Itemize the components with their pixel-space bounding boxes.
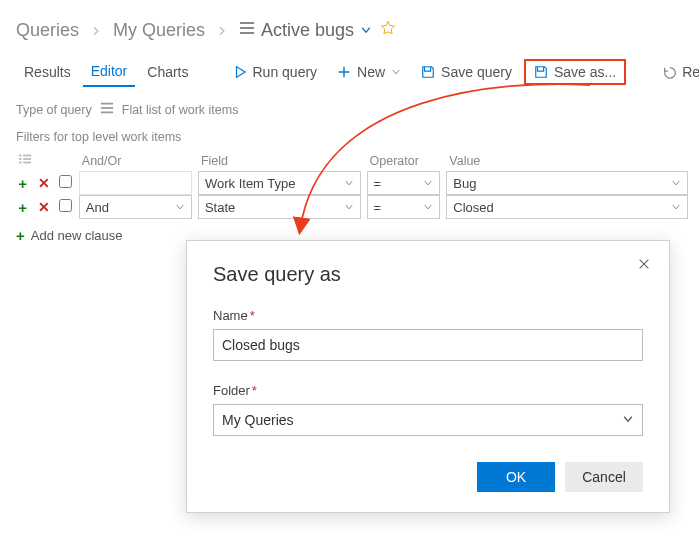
list-icon (239, 20, 255, 41)
svg-rect-10 (23, 158, 31, 160)
save-query-button[interactable]: Save query (413, 60, 520, 84)
dialog-title: Save query as (213, 263, 643, 286)
filter-row: + ✕ And State = Closed (12, 195, 691, 219)
flat-list-icon (100, 101, 114, 118)
name-input[interactable] (213, 329, 643, 361)
add-row-icon[interactable]: + (18, 199, 27, 216)
chevron-down-icon (391, 64, 401, 80)
query-type-row: Type of query Flat list of work items (0, 89, 699, 126)
andor-select[interactable]: And (79, 195, 192, 219)
svg-rect-11 (23, 162, 31, 164)
query-type-label: Type of query (16, 103, 92, 117)
svg-rect-9 (23, 155, 31, 157)
toolbar: Results Editor Charts Run query New Save… (0, 55, 699, 89)
favorite-star-icon[interactable] (380, 20, 396, 41)
value-select[interactable]: Bug (446, 171, 688, 195)
svg-rect-8 (19, 162, 22, 164)
svg-rect-4 (101, 107, 113, 109)
value-select[interactable]: Closed (446, 195, 688, 219)
run-query-button[interactable]: Run query (225, 60, 326, 84)
breadcrumb-current[interactable]: Active bugs (261, 20, 354, 41)
revert-button[interactable]: Re (654, 60, 699, 84)
chevron-right-icon (91, 20, 101, 41)
row-checkbox[interactable] (59, 199, 72, 212)
folder-label: Folder* (213, 383, 643, 398)
save-icon (421, 65, 435, 79)
folder-select[interactable]: My Queries (213, 404, 643, 436)
field-select[interactable]: Work Item Type (198, 171, 361, 195)
chevron-down-icon[interactable] (360, 20, 372, 41)
remove-row-icon[interactable]: ✕ (38, 199, 50, 215)
remove-row-icon[interactable]: ✕ (38, 175, 50, 191)
plus-icon (337, 65, 351, 79)
svg-rect-2 (240, 32, 254, 34)
save-as-button[interactable]: Save as... (524, 59, 626, 85)
chevron-right-icon (217, 20, 227, 41)
col-field: Field (195, 150, 364, 171)
filters-table: And/Or Field Operator Value + ✕ Work Ite… (12, 150, 691, 219)
svg-rect-3 (101, 103, 113, 105)
operator-select[interactable]: = (367, 195, 441, 219)
chevron-down-icon (622, 412, 634, 428)
query-type-value[interactable]: Flat list of work items (122, 103, 239, 117)
save-query-as-dialog: Save query as Name* Folder* My Queries O… (186, 240, 670, 513)
tab-editor[interactable]: Editor (83, 57, 136, 87)
filter-row: + ✕ Work Item Type = Bug (12, 171, 691, 195)
name-label: Name* (213, 308, 643, 323)
row-checkbox[interactable] (59, 175, 72, 188)
col-operator: Operator (364, 150, 444, 171)
col-andor: And/Or (76, 150, 195, 171)
svg-rect-0 (240, 22, 254, 24)
undo-icon (662, 65, 676, 79)
add-new-clause[interactable]: + Add new clause (0, 219, 139, 252)
ok-button[interactable]: OK (477, 462, 555, 492)
plus-icon: + (16, 227, 25, 244)
svg-rect-6 (19, 155, 22, 157)
operator-select[interactable]: = (367, 171, 441, 195)
breadcrumb: Queries My Queries Active bugs (0, 0, 699, 55)
andor-select[interactable] (79, 171, 192, 195)
svg-rect-7 (19, 158, 22, 160)
field-select[interactable]: State (198, 195, 361, 219)
breadcrumb-root[interactable]: Queries (16, 20, 79, 41)
add-row-icon[interactable]: + (18, 175, 27, 192)
cancel-button[interactable]: Cancel (565, 462, 643, 492)
save-as-icon (534, 65, 548, 79)
play-icon (233, 65, 247, 79)
filters-heading: Filters for top level work items (0, 126, 699, 150)
svg-rect-5 (101, 112, 113, 114)
tab-results[interactable]: Results (16, 58, 79, 86)
close-icon[interactable] (637, 257, 651, 274)
svg-rect-1 (240, 27, 254, 29)
new-button[interactable]: New (329, 60, 409, 84)
group-icon[interactable] (18, 155, 32, 169)
col-value: Value (443, 150, 691, 171)
tab-charts[interactable]: Charts (139, 58, 196, 86)
breadcrumb-level1[interactable]: My Queries (113, 20, 205, 41)
